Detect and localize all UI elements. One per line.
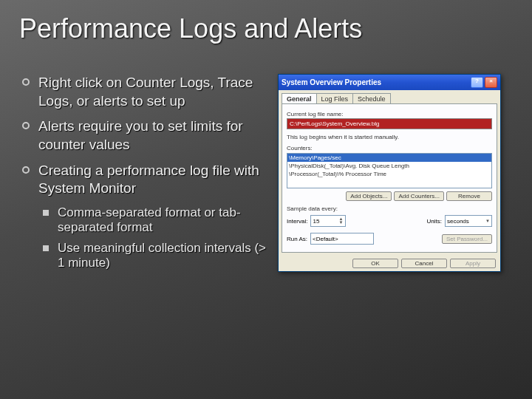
chevron-down-icon: ▼	[485, 219, 490, 223]
counter-row[interactable]: \Processor(_Total)\% Processor Time	[287, 170, 491, 178]
add-counters-button[interactable]: Add Counters...	[394, 191, 444, 201]
sample-label: Sample data every:	[287, 205, 492, 212]
counters-label: Counters:	[287, 145, 492, 151]
sub-bullet-item: Use meaningful collection intervals (> 1…	[41, 241, 270, 270]
runas-value: <Default>	[313, 236, 338, 242]
current-log-label: Current log file name:	[287, 111, 492, 117]
set-password-button[interactable]: Set Password...	[442, 234, 492, 244]
close-icon[interactable]: ×	[485, 77, 497, 88]
counters-listbox[interactable]: \Memory\Pages/sec \PhysicalDisk(_Total)\…	[287, 153, 492, 188]
interval-spinner[interactable]: 15 ▲▼	[310, 215, 346, 227]
tab-strip: General Log Files Schedule	[282, 93, 497, 103]
bullet-item: Creating a performance log file with Sys…	[19, 162, 270, 198]
tab-panel-general: Current log file name: C:\PerfLogs\Syste…	[282, 103, 497, 253]
tab-log-files[interactable]: Log Files	[316, 93, 354, 103]
interval-value: 15	[313, 218, 319, 225]
current-log-path: C:\PerfLogs\System_Overview.blg	[287, 118, 492, 129]
apply-button[interactable]: Apply	[450, 259, 496, 268]
ok-button[interactable]: OK	[352, 259, 398, 268]
properties-dialog: System Overview Properties ? × General L…	[278, 74, 501, 272]
bullet-item: Right click on Counter Logs, Trace Logs,…	[19, 74, 270, 110]
dialog-footer: OK Cancel Apply	[279, 256, 500, 271]
add-objects-button[interactable]: Add Objects...	[346, 191, 392, 201]
runas-label: Run As:	[287, 236, 307, 242]
tab-schedule[interactable]: Schedule	[352, 93, 391, 103]
dialog-title: System Overview Properties	[282, 78, 381, 86]
sub-bullet-item: Comma-separated format or tab-separated …	[41, 205, 270, 235]
cancel-button[interactable]: Cancel	[401, 259, 447, 268]
spinner-buttons-icon[interactable]: ▲▼	[338, 217, 344, 225]
remove-button[interactable]: Remove	[446, 191, 492, 201]
counter-row[interactable]: \Memory\Pages/sec	[287, 154, 491, 162]
begins-label: This log begins when it is started manua…	[287, 134, 492, 140]
units-combo[interactable]: seconds ▼	[445, 215, 492, 227]
dialog-titlebar[interactable]: System Overview Properties ? ×	[279, 75, 500, 90]
runas-field[interactable]: <Default>	[310, 233, 374, 245]
slide-title: Performance Logs and Alerts	[19, 13, 513, 44]
tab-general[interactable]: General	[282, 93, 317, 103]
units-label: Units:	[427, 218, 442, 225]
units-value: seconds	[447, 218, 469, 225]
interval-label: Interval:	[287, 218, 307, 225]
counter-row[interactable]: \PhysicalDisk(_Total)\Avg. Disk Queue Le…	[287, 162, 491, 170]
bullet-item: Alerts require you to set limits for cou…	[19, 117, 270, 154]
text-column: Right click on Counter Logs, Trace Logs,…	[19, 74, 270, 276]
help-icon[interactable]: ?	[471, 77, 483, 88]
